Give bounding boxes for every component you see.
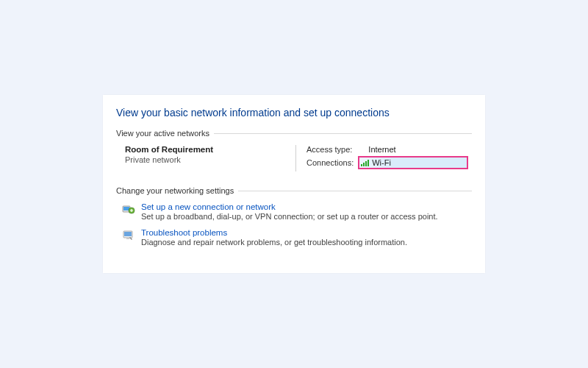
group-header-row: View your active networks: [116, 129, 472, 138]
wifi-signal-icon: [361, 159, 369, 166]
svg-rect-5: [126, 238, 129, 239]
setup-connection-item: Set up a new connection or network Set u…: [122, 202, 472, 221]
network-identity: Room of Requirement Private network: [122, 145, 295, 171]
svg-rect-4: [124, 232, 132, 236]
setup-connection-link[interactable]: Set up a new connection or network: [141, 202, 438, 211]
group-header-row: Change your networking settings: [116, 186, 472, 195]
change-settings-title: Change your networking settings: [116, 186, 238, 195]
connections-label: Connections:: [306, 158, 354, 167]
access-type-value: Internet: [368, 145, 395, 154]
network-sharing-panel: View your basic network information and …: [103, 95, 485, 273]
network-profile: Private network: [125, 155, 295, 164]
troubleshoot-link[interactable]: Troubleshoot problems: [141, 228, 407, 237]
network-name: Room of Requirement: [125, 145, 295, 154]
active-networks-body: Room of Requirement Private network Acce…: [116, 145, 472, 176]
setup-connection-desc: Set up a broadband, dial-up, or VPN conn…: [141, 212, 438, 221]
setup-connection-icon: [122, 203, 135, 216]
wifi-connection-link[interactable]: Wi-Fi: [358, 156, 468, 169]
wifi-connection-name: Wi-Fi: [372, 158, 391, 167]
network-details: Access type: Internet Connections: Wi-Fi: [295, 145, 469, 171]
page-title: View your basic network information and …: [116, 107, 472, 118]
troubleshoot-desc: Diagnose and repair network problems, or…: [141, 238, 407, 247]
change-settings-group: Change your networking settings Set up a…: [116, 186, 472, 247]
troubleshoot-icon: [122, 229, 135, 242]
access-type-label: Access type:: [306, 145, 352, 154]
troubleshoot-item: Troubleshoot problems Diagnose and repai…: [122, 228, 472, 247]
connections-row: Connections: Wi-Fi: [306, 156, 469, 169]
troubleshoot-text: Troubleshoot problems Diagnose and repai…: [141, 228, 407, 247]
divider: [214, 133, 472, 134]
active-networks-group: View your active networks Room of Requir…: [116, 129, 472, 176]
access-type-row: Access type: Internet: [306, 145, 469, 154]
active-networks-title: View your active networks: [116, 129, 214, 138]
divider: [238, 191, 472, 191]
setup-connection-text: Set up a new connection or network Set u…: [141, 202, 438, 221]
